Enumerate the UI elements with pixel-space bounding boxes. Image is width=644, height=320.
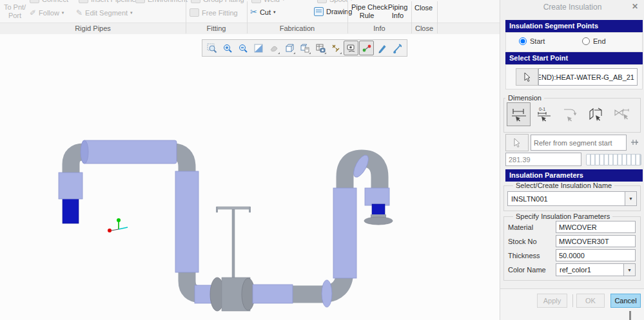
ribbon-separator: [186, 1, 186, 33]
spool-icon: [317, 0, 327, 3]
dim-valve-icon: [614, 106, 630, 123]
panel-button-bar: Apply OK Cancel: [500, 288, 644, 320]
environment-button[interactable]: Environment: [135, 0, 188, 3]
3d-viewport[interactable]: [0, 34, 500, 320]
insulation-name-dropdown-icon[interactable]: ▼: [625, 192, 636, 205]
header-insulation-segment-points: Insulation Segment Points: [505, 20, 643, 32]
stock-no-input[interactable]: [556, 235, 636, 247]
dim-valve-button[interactable]: [610, 102, 634, 126]
drawing-button[interactable]: Drawing: [314, 7, 352, 16]
refer-from-segment-input[interactable]: [531, 135, 627, 151]
color-name-combobox[interactable]: ref_color1 ▼: [556, 263, 636, 276]
panel-title: Create Insulation: [500, 3, 644, 12]
material-label: Material: [508, 223, 533, 231]
offset-direction-icon[interactable]: [630, 136, 641, 149]
connect-button[interactable]: Connect: [30, 0, 68, 3]
to-pnt-port-button[interactable]: To Pnt/ Port: [3, 3, 27, 20]
pipe-check-rule-button[interactable]: Pipe Check Rule: [351, 3, 382, 20]
select-start-point-box: EXTEND):HEAT-WATER-G_AB_21: [505, 64, 643, 89]
weld-dropdown-icon: ▾: [282, 0, 285, 2]
stock-no-label: Stock No: [508, 238, 537, 245]
radio-end-input[interactable]: [582, 37, 590, 45]
cursor-arrow-icon: [512, 138, 522, 148]
thickness-input[interactable]: [556, 249, 636, 261]
dim-zero-one-button[interactable]: 0-1: [532, 102, 556, 126]
ok-button[interactable]: OK: [576, 294, 605, 308]
ribbon-separator: [347, 1, 348, 33]
insert-pipeline-button[interactable]: Insert Pipeline: [79, 0, 136, 3]
weld-icon: [251, 0, 261, 3]
insulation-name-combobox[interactable]: INSLTN001 ▼: [507, 191, 637, 206]
orbit-icon[interactable]: [266, 41, 281, 55]
drawing-icon: [314, 7, 324, 16]
zoom-window-icon[interactable]: [204, 41, 219, 55]
insulation-name-group-label: Select/Create Insulation Name: [513, 182, 614, 189]
radio-start-input[interactable]: [519, 37, 527, 45]
cursor-arrow-icon: [523, 72, 532, 82]
walkthrough-icon[interactable]: [344, 41, 358, 55]
dim-elbow-icon: [562, 106, 579, 123]
free-fitting-icon: [190, 8, 199, 17]
dim-segment-icon: [511, 106, 527, 123]
dim-corner-icon: [588, 106, 605, 123]
color-name-label: Color Name: [508, 266, 546, 274]
group-label-fabrication: Fabrication: [247, 24, 347, 32]
ribbon-group-labels: Rigid Pipes Fitting Fabrication Info Clo…: [0, 23, 500, 34]
specify-parameters-group: Specify Insulation Parameters Material S…: [503, 216, 641, 281]
view-sheet-icon[interactable]: [297, 41, 312, 55]
material-input[interactable]: [556, 221, 636, 233]
zoom-flip-icon[interactable]: [251, 41, 266, 55]
3d-piping-scene: [0, 34, 500, 320]
start-point-field[interactable]: EXTEND):HEAT-WATER-G_AB_21: [538, 68, 638, 86]
distance-ruler-slider[interactable]: [586, 154, 641, 165]
zoom-out-icon[interactable]: [235, 41, 250, 55]
cut-icon: ✂: [250, 7, 257, 17]
tools-icon[interactable]: [390, 41, 405, 55]
cut-button[interactable]: ✂ Cut ▾: [250, 7, 276, 17]
color-name-dropdown-icon[interactable]: ▼: [623, 264, 635, 276]
group-fitting-icon: [191, 0, 200, 3]
group-fitting-button[interactable]: Group Fitting: [191, 0, 244, 3]
close-ribbon-button[interactable]: Close: [415, 4, 433, 12]
dim-elbow-button[interactable]: [558, 102, 582, 126]
cancel-button[interactable]: Cancel: [610, 294, 641, 308]
svg-text:0-1: 0-1: [539, 107, 545, 111]
draw-icon[interactable]: [375, 41, 389, 55]
free-fitting-button[interactable]: Free Fitting: [190, 8, 238, 17]
group-label-info: Info: [347, 24, 411, 32]
pick-start-point-button[interactable]: [516, 68, 538, 86]
zoom-in-icon[interactable]: [220, 41, 235, 55]
spool-dropdown-icon: ▾: [350, 0, 353, 2]
edit-segment-button[interactable]: ✎ Edit Segment ▾: [76, 8, 133, 17]
radio-start[interactable]: Start: [519, 37, 545, 45]
dimension-group: Dimension 0-1: [503, 98, 641, 133]
apply-button[interactable]: Apply: [537, 294, 567, 308]
weld-button[interactable]: Weld ▾: [251, 0, 284, 3]
edit-segment-dropdown-icon: ▾: [130, 10, 133, 15]
panel-close-icon[interactable]: ✕: [632, 2, 638, 11]
radio-end[interactable]: End: [582, 37, 606, 45]
insert-pipeline-icon: [79, 0, 88, 3]
measure-points-icon[interactable]: [359, 41, 374, 55]
view-toolbar: [202, 39, 407, 57]
dim-segment-button[interactable]: [507, 102, 531, 126]
view-cube-icon[interactable]: [282, 41, 297, 55]
axis-toggle-icon[interactable]: [328, 41, 343, 55]
follow-dropdown-icon: ▾: [62, 10, 64, 15]
piping-info-button[interactable]: Piping Info: [385, 3, 410, 20]
dim-zero-one-icon: 0-1: [536, 106, 553, 123]
ribbon-button-area: To Pnt/ Port Connect Insert Pipeline Env…: [0, 0, 500, 23]
group-label-fitting: Fitting: [186, 24, 247, 32]
ribbon-separator: [247, 1, 248, 33]
ribbon-separator: [437, 1, 438, 33]
button-divider: [572, 294, 573, 307]
pick-refer-point-button[interactable]: [505, 134, 529, 151]
ribbon-separator: [411, 1, 412, 33]
follow-button[interactable]: ✐ Follow ▾: [30, 8, 64, 17]
snapshot-table-icon[interactable]: [313, 41, 327, 55]
resize-grip[interactable]: [629, 311, 631, 320]
segment-points-box: Start End: [505, 32, 643, 52]
distance-value-input[interactable]: [505, 153, 581, 166]
dim-corner-button[interactable]: [584, 102, 608, 126]
application-window: To Pnt/ Port Connect Insert Pipeline Env…: [0, 0, 644, 320]
